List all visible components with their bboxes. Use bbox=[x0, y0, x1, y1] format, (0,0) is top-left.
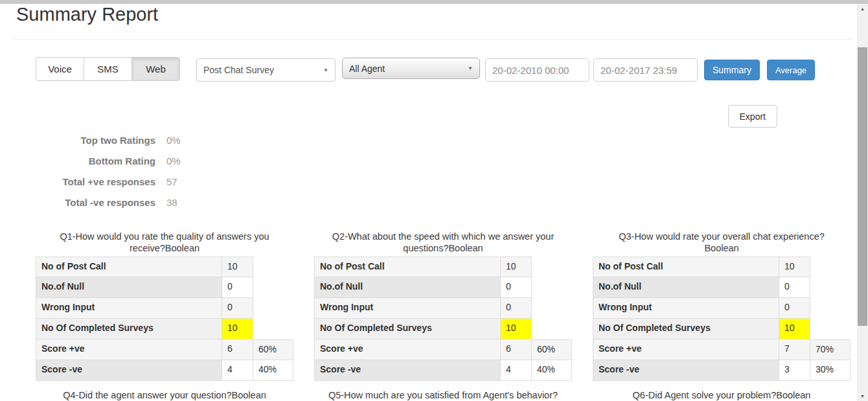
vertical-scrollbar[interactable]: ▲ ▼ bbox=[857, 4, 868, 401]
row-label: Score +ve bbox=[593, 339, 779, 360]
table-row: No of Post Call10 bbox=[314, 257, 572, 277]
scroll-up-icon[interactable]: ▲ bbox=[857, 4, 868, 14]
row-value: 6 bbox=[501, 339, 532, 360]
row-value: 0 bbox=[222, 298, 253, 319]
stat-value: 57 bbox=[166, 176, 177, 187]
channel-tab-group: VoiceSMSWeb bbox=[36, 57, 180, 81]
row-value: 0 bbox=[779, 298, 810, 319]
tab-web[interactable]: Web bbox=[131, 57, 180, 81]
next-question-titles: Q4-Did the agent answer your question?Bo… bbox=[36, 390, 868, 400]
question-table: No of Post Call10No.of Null0Wrong Input0… bbox=[314, 257, 572, 381]
table-row: No.of Null0 bbox=[314, 277, 572, 298]
row-value: 10 bbox=[222, 319, 253, 339]
survey-select-value: Post Chat Survey bbox=[203, 65, 274, 75]
stat-row: Top two Ratings0% bbox=[16, 130, 181, 150]
row-value: 0 bbox=[501, 277, 532, 298]
row-label: Score +ve bbox=[36, 339, 222, 360]
stat-label: Top two Ratings bbox=[16, 135, 155, 146]
table-row: Score +ve660% bbox=[314, 339, 572, 360]
row-value: 4 bbox=[501, 360, 532, 381]
row-label: No Of Completed Surveys bbox=[36, 319, 222, 339]
next-question-title: Q4-Did the agent answer your question?Bo… bbox=[36, 390, 293, 400]
row-value: 10 bbox=[501, 319, 532, 339]
table-row: Score -ve440% bbox=[36, 360, 293, 381]
header-divider bbox=[13, 39, 852, 40]
row-percent: 40% bbox=[532, 360, 572, 381]
question-tables: Q1-How would you rate the quality of ans… bbox=[36, 231, 851, 381]
export-button[interactable]: Export bbox=[728, 105, 777, 128]
table-row: Wrong Input0 bbox=[36, 298, 293, 319]
agent-select-value: All Agent bbox=[349, 63, 385, 74]
row-value: 10 bbox=[501, 257, 532, 277]
average-button[interactable]: Average bbox=[767, 60, 815, 80]
row-label: No of Post Call bbox=[36, 257, 222, 277]
question-title: Q2-What about the speed with which we an… bbox=[314, 231, 572, 255]
scrollbar-thumb[interactable] bbox=[858, 47, 867, 326]
scroll-down-icon[interactable]: ▼ bbox=[857, 391, 868, 401]
row-label: No Of Completed Surveys bbox=[593, 319, 779, 339]
question-table: No of Post Call10No.of Null0Wrong Input0… bbox=[593, 257, 851, 381]
table-row: No Of Completed Surveys10 bbox=[593, 319, 851, 339]
agent-select[interactable]: All Agent ▼ bbox=[342, 58, 480, 79]
row-percent: 40% bbox=[253, 360, 293, 381]
row-percent: 70% bbox=[810, 339, 851, 360]
row-value: 0 bbox=[501, 298, 532, 319]
next-question-title: Q6-Did Agent solve your problem?Boolean bbox=[593, 390, 851, 400]
row-percent: 60% bbox=[532, 339, 572, 360]
question-title: Q1-How would you rate the quality of ans… bbox=[36, 231, 293, 255]
row-label: No of Post Call bbox=[593, 257, 779, 277]
chevron-down-icon: ▼ bbox=[468, 65, 473, 71]
row-label: Score -ve bbox=[36, 360, 222, 381]
row-percent: 30% bbox=[810, 360, 851, 381]
stat-label: Total -ve responses bbox=[16, 197, 155, 208]
row-label: Wrong Input bbox=[593, 298, 779, 319]
question-column: Q2-What about the speed with which we an… bbox=[314, 231, 572, 381]
row-label: Score -ve bbox=[593, 360, 779, 381]
table-row: No of Post Call10 bbox=[36, 257, 293, 277]
summary-button[interactable]: Summary bbox=[704, 60, 760, 80]
date-to-input[interactable]: 20-02-2017 23:59 bbox=[593, 58, 698, 82]
chevron-down-icon: ▼ bbox=[323, 67, 328, 73]
table-row: No.of Null0 bbox=[36, 277, 293, 298]
row-value: 0 bbox=[779, 277, 810, 298]
table-row: Score -ve440% bbox=[314, 360, 572, 381]
tab-voice[interactable]: Voice bbox=[36, 57, 84, 81]
stat-value: 0% bbox=[166, 135, 181, 146]
table-row: Score +ve770% bbox=[593, 339, 851, 360]
row-label: Score +ve bbox=[314, 339, 501, 360]
summary-stats: Top two Ratings0%Bottom Rating0%Total +v… bbox=[16, 130, 181, 212]
row-value: 10 bbox=[779, 319, 810, 339]
table-row: No Of Completed Surveys10 bbox=[36, 319, 293, 339]
row-value: 10 bbox=[222, 257, 253, 277]
row-label: No Of Completed Surveys bbox=[314, 319, 501, 339]
row-label: Wrong Input bbox=[36, 298, 222, 319]
row-value: 6 bbox=[222, 339, 253, 360]
stat-label: Total +ve responses bbox=[16, 176, 155, 187]
row-value: 4 bbox=[222, 360, 253, 381]
stat-label: Bottom Rating bbox=[16, 155, 155, 166]
question-table: No of Post Call10No.of Null0Wrong Input0… bbox=[36, 257, 293, 381]
row-value: 3 bbox=[779, 360, 810, 381]
table-row: Score +ve660% bbox=[36, 339, 293, 360]
question-title: Q3-How would rate your overall chat expe… bbox=[593, 231, 851, 255]
toolbar: VoiceSMSWeb Post Chat Survey ▼ All Agent… bbox=[36, 57, 815, 82]
stat-value: 0% bbox=[166, 155, 181, 166]
question-column: Q3-How would rate your overall chat expe… bbox=[593, 231, 851, 381]
table-row: No of Post Call10 bbox=[593, 257, 851, 277]
window-top-edge bbox=[0, 0, 868, 4]
tab-sms[interactable]: SMS bbox=[84, 57, 132, 81]
table-row: Score -ve330% bbox=[593, 360, 851, 381]
row-label: No.of Null bbox=[36, 277, 222, 298]
row-value: 7 bbox=[779, 339, 810, 360]
row-label: No.of Null bbox=[314, 277, 501, 298]
row-label: Score -ve bbox=[314, 360, 501, 381]
page-title: Summary Report bbox=[16, 4, 158, 25]
next-question-title: Q5-How much are you satisfied from Agent… bbox=[314, 390, 572, 400]
stat-row: Bottom Rating0% bbox=[16, 150, 181, 171]
table-row: No Of Completed Surveys10 bbox=[314, 319, 572, 339]
row-percent: 60% bbox=[253, 339, 293, 360]
table-row: Wrong Input0 bbox=[593, 298, 851, 319]
survey-select[interactable]: Post Chat Survey ▼ bbox=[196, 58, 336, 82]
date-from-input[interactable]: 20-02-2010 00:00 bbox=[485, 58, 589, 82]
row-label: No.of Null bbox=[593, 277, 779, 298]
